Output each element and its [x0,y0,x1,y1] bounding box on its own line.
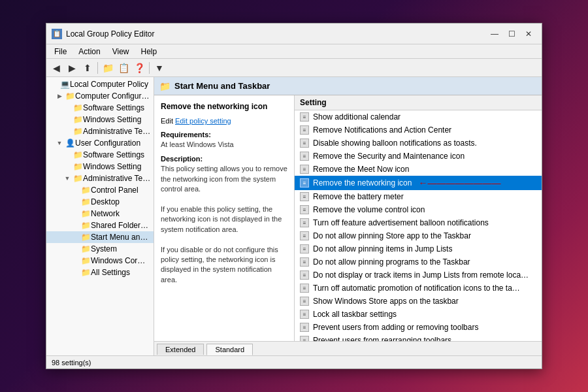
setting-row[interactable]: ≡Lock all taskbar settings [295,308,542,321]
requirements-section: Requirements: At least Windows Vista [161,131,287,150]
setting-row[interactable]: ≡Do not allow pinning items in Jump List… [295,242,542,255]
setting-row[interactable]: ≡Remove the battery meter [295,190,542,203]
tree-all-settings[interactable]: 📁 All Settings [46,267,154,278]
folder-icon: 📁 [80,268,91,277]
edit-label: Edit [161,117,175,125]
folder-icon: 📁 [73,115,83,124]
setting-row[interactable]: ≡Turn off automatic promotion of notific… [295,282,542,295]
tree-control-panel[interactable]: 📁 Control Panel [46,184,154,196]
status-bar: 98 setting(s) [46,355,542,368]
tree-label: Network [91,209,120,218]
tree-label: Desktop [91,197,120,206]
toolbar-separator-1 [97,62,98,74]
tree-label: System [91,244,117,253]
tree-network[interactable]: 📁 Network [46,208,154,220]
tree-shared-folder[interactable]: 📁 Shared Folder… [46,220,154,231]
setting-row[interactable]: ≡Do not display or track items in Jump L… [295,269,542,282]
menu-view[interactable]: View [107,46,135,57]
tab-extended[interactable]: Extended [157,344,204,355]
setting-label: Remove the Security and Maintenance icon [313,152,465,161]
tree-system[interactable]: 📁 System [46,243,154,255]
setting-row[interactable]: ≡Turn off feature advertisement balloon … [295,216,542,229]
setting-icon: ≡ [300,257,309,267]
tree-desktop[interactable]: 📁 Desktop [46,196,154,208]
tab-standard[interactable]: Standard [206,344,253,355]
setting-icon: ≡ [300,125,309,135]
properties-button[interactable]: 📋 [116,61,131,75]
setting-label: Show additional calendar [313,112,400,122]
detail-body: Remove the networking icon Edit Edit pol… [154,95,542,341]
tree-local-computer-policy[interactable]: 💻 Local Computer Policy [46,78,154,90]
tree-admin-templates-2[interactable]: ▼ 📁 Administrative Te… [46,172,154,184]
setting-row[interactable]: ≡Remove the networking icon←———————— [295,176,542,190]
tree-label: Administrative Te… [83,174,150,183]
help-button[interactable]: ❓ [132,61,146,75]
setting-label: Prevent users from adding or removing to… [313,323,478,332]
setting-row[interactable]: ≡Show additional calendar [295,110,542,123]
setting-row[interactable]: ≡Remove the volume control icon [295,203,542,216]
setting-row[interactable]: ≡Do not allow pinning Store app to the T… [295,229,542,242]
setting-icon: ≡ [300,218,309,227]
setting-label: Do not allow pinning Store app to the Ta… [313,231,471,240]
up-button[interactable]: ⬆ [80,61,95,75]
expand-icon: ▶ [54,93,65,99]
forward-button[interactable]: ▶ [65,61,79,75]
folder-icon: 📁 [80,209,91,218]
toolbar: ◀ ▶ ⬆ 📁 📋 ❓ ▼ [46,59,542,77]
menu-action[interactable]: Action [73,46,105,57]
tree-windows-core[interactable]: 📁 Windows Cor… [46,255,154,267]
policy-link[interactable]: Edit policy setting [175,117,231,125]
folder-icon: 📁 [80,186,91,195]
setting-icon: ≡ [300,139,309,148]
detail-header: 📁 Start Menu and Taskbar [154,77,542,95]
setting-label: Remove Notifications and Action Center [313,125,451,135]
tree-windows-settings-1[interactable]: 📁 Windows Setting [46,114,154,125]
setting-icon: ≡ [300,178,309,188]
tree-label: User Configuration [75,139,140,148]
tree-label: Start Menu an… [91,233,148,242]
requirements-content: At least Windows Vista [161,140,287,150]
setting-row[interactable]: ≡Prevent users from adding or removing t… [295,321,542,334]
tree-label: Administrative Te… [83,127,150,136]
filter-button[interactable]: ▼ [152,61,167,75]
computer-icon: 💻 [59,80,70,89]
tree-windows-settings-2[interactable]: 📁 Windows Setting [46,161,154,172]
tree-label: Software Settings [83,150,144,159]
tree-software-settings-1[interactable]: 📁 Software Settings [46,102,154,114]
folder-icon: 📁 [73,127,83,136]
setting-row[interactable]: ≡Remove the Security and Maintenance ico… [295,150,542,163]
menu-file[interactable]: File [49,46,72,57]
tree-computer-config[interactable]: ▶ 📁 Computer Configura… [46,90,154,102]
setting-row[interactable]: ≡Prevent users from rearranging toolbars [295,334,542,341]
setting-label: Turn off feature advertisement balloon n… [313,218,489,227]
setting-icon: ≡ [300,297,309,306]
arrow-icon: ←———————— [418,178,500,188]
menu-help[interactable]: Help [136,46,163,57]
expand-icon: ▼ [54,140,65,146]
setting-row[interactable]: ≡Remove Notifications and Action Center [295,123,542,137]
main-window: 📋 Local Group Policy Editor — ☐ ✕ File A… [46,23,542,369]
tree-software-settings-2[interactable]: 📁 Software Settings [46,149,154,161]
tree-label: Windows Setting [83,115,141,124]
minimize-button[interactable]: — [487,27,502,41]
back-button[interactable]: ◀ [49,61,63,75]
folder-icon: 📁 [73,103,83,112]
description-content: This policy setting allows you to remove… [161,164,287,285]
show-hide-button[interactable]: 📁 [101,61,115,75]
desc-policy-title: Remove the networking icon [161,102,287,111]
tree-label: Local Computer Policy [70,80,148,89]
tree-label: Windows Setting [83,162,141,171]
close-button[interactable]: ✕ [521,27,536,41]
setting-row[interactable]: ≡Show Windows Store apps on the taskbar [295,295,542,308]
setting-row[interactable]: ≡Remove the Meet Now icon [295,163,542,176]
tree-user-config[interactable]: ▼ 👤 User Configuration [46,137,154,149]
tree-admin-templates-1[interactable]: 📁 Administrative Te… [46,125,154,137]
tree-start-menu[interactable]: 📁 Start Menu an… [46,231,154,243]
setting-icon: ≡ [300,112,309,122]
description-title: Description: [161,155,287,163]
setting-row[interactable]: ≡Do not allow pinning programs to the Ta… [295,255,542,269]
maximize-button[interactable]: ☐ [504,27,519,41]
tree-label: All Settings [91,268,130,277]
folder-icon: 📁 [80,256,91,265]
setting-row[interactable]: ≡Disable showing balloon notifications a… [295,137,542,150]
